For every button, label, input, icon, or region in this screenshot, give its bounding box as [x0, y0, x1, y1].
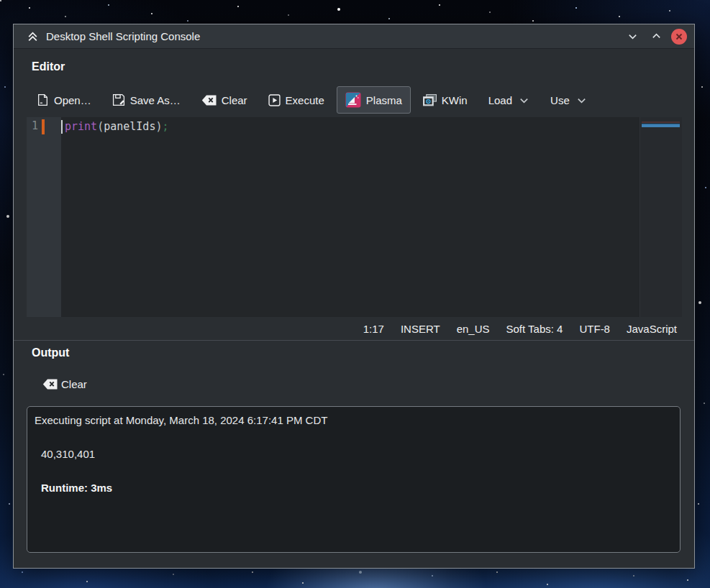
- status-syntax-mode[interactable]: JavaScript: [627, 323, 677, 335]
- toolbar-button-label: Use: [550, 94, 570, 106]
- editor-toolbar: Open…Save As…ClearExecutePlasmaKWinLoadU…: [28, 86, 680, 114]
- close-button[interactable]: [671, 29, 687, 45]
- minimap-modified-mark: [642, 121, 680, 123]
- toolbar-button-label: Plasma: [366, 94, 402, 106]
- toolbar-button-label: KWin: [442, 94, 468, 106]
- document-open-icon: [37, 93, 49, 106]
- toolbar-button-label: Load: [488, 94, 512, 106]
- code-token: ;: [162, 120, 168, 133]
- toolbar-button-execute[interactable]: Execute: [260, 88, 333, 112]
- plasma-icon: [345, 92, 361, 108]
- output-section-heading: Output: [32, 346, 69, 359]
- minimize-button[interactable]: [624, 28, 641, 45]
- section-separator: [14, 340, 694, 341]
- status-dictionary[interactable]: en_US: [457, 323, 490, 335]
- chevron-down-icon: [519, 95, 529, 106]
- star-field: [0, 0, 1, 1]
- editor-section-heading: Editor: [32, 60, 65, 73]
- output-line: Executing script at Monday, March 18, 20…: [35, 413, 673, 427]
- code-line: print(panelIds);: [65, 119, 169, 134]
- modified-line-marker: [42, 119, 45, 134]
- kwin-icon: [423, 94, 437, 106]
- toolbar-button-open[interactable]: Open…: [28, 88, 100, 112]
- status-input-mode[interactable]: INSERT: [401, 323, 440, 335]
- toolbar-button-label: Clear: [222, 94, 247, 106]
- code-token: (: [97, 120, 104, 133]
- double-chevron-up-icon: [27, 30, 39, 42]
- save-as-icon: [112, 93, 125, 106]
- toolbar-button-load[interactable]: Load: [480, 88, 538, 112]
- toolbar-button-label: Save As…: [130, 94, 181, 106]
- status-encoding[interactable]: UTF-8: [579, 323, 610, 335]
- code-text-area[interactable]: print(panelIds);: [61, 117, 640, 317]
- toolbar-button-save-as[interactable]: Save As…: [104, 88, 189, 112]
- minimap-code-line: [642, 124, 680, 127]
- desktop-wallpaper: Desktop Shell Scripting Console Editor O…: [0, 0, 710, 588]
- maximize-button[interactable]: [647, 28, 665, 45]
- backspace-icon: [201, 95, 217, 106]
- toolbar-button-plasma[interactable]: Plasma: [337, 86, 411, 114]
- code-token: panelIds: [104, 120, 155, 133]
- chevron-down-icon: [576, 95, 587, 106]
- toolbar-button-use[interactable]: Use: [542, 88, 596, 112]
- output-clear-button[interactable]: Clear: [40, 376, 90, 392]
- output-view: Executing script at Monday, March 18, 20…: [27, 406, 681, 553]
- output-line: Runtime: 3ms: [41, 481, 673, 495]
- code-token: print: [65, 120, 97, 133]
- line-number-gutter: 1: [27, 117, 61, 317]
- title-bar[interactable]: Desktop Shell Scripting Console: [14, 24, 694, 49]
- output-clear-label: Clear: [61, 378, 87, 390]
- toolbar-button-label: Open…: [54, 94, 91, 106]
- status-tab-settings[interactable]: Soft Tabs: 4: [506, 323, 563, 335]
- window-controls: [624, 28, 687, 45]
- backspace-icon: [42, 379, 58, 390]
- line-number: 1: [32, 119, 38, 132]
- code-editor[interactable]: 1 print(panelIds);: [27, 117, 682, 317]
- status-cursor-position[interactable]: 1:17: [363, 323, 384, 335]
- console-window: Desktop Shell Scripting Console Editor O…: [13, 24, 695, 569]
- toolbar-button-kwin[interactable]: KWin: [414, 88, 476, 112]
- play-icon: [268, 94, 281, 106]
- toolbar-button-label: Execute: [286, 94, 324, 106]
- output-line: 40,310,401: [41, 447, 673, 461]
- editor-status-bar: 1:17INSERTen_USSoft Tabs: 4UTF-8JavaScri…: [14, 317, 694, 340]
- scrollbar-minimap[interactable]: [640, 117, 682, 317]
- window-title: Desktop Shell Scripting Console: [46, 30, 624, 42]
- text-cursor: [61, 120, 63, 134]
- toolbar-button-clear[interactable]: Clear: [193, 88, 256, 112]
